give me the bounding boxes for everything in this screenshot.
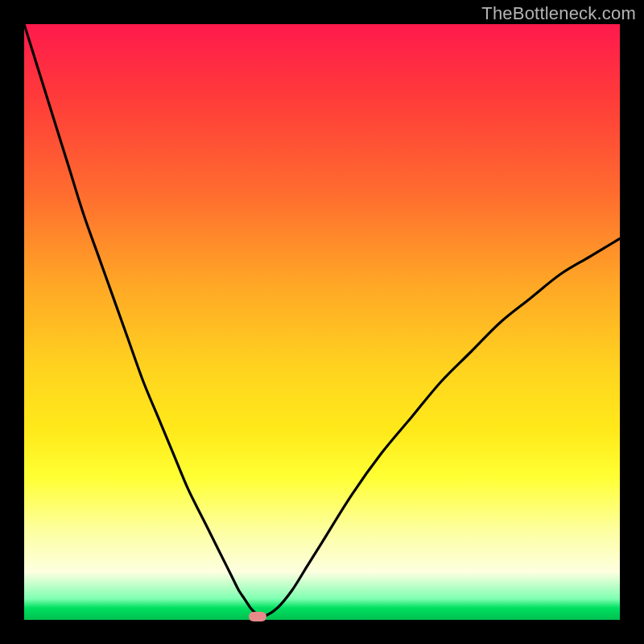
chart-frame: TheBottleneck.com (0, 0, 644, 644)
chart-plot-area (24, 24, 620, 620)
watermark-text: TheBottleneck.com (481, 3, 636, 24)
minimum-marker (249, 612, 266, 621)
bottleneck-curve (24, 24, 620, 620)
